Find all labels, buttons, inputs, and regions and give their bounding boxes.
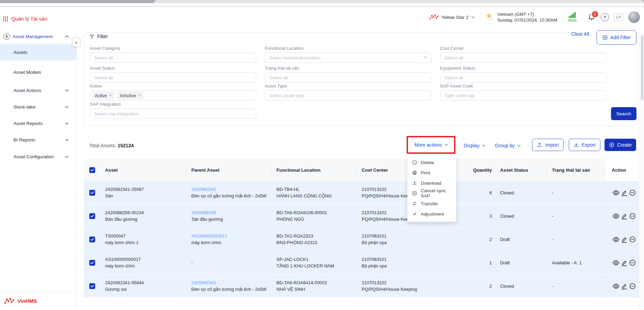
row-checkbox[interactable] <box>89 260 95 266</box>
edit-icon[interactable] <box>621 236 628 243</box>
notification-badge: 8 <box>591 11 599 18</box>
column-header-trang-thai: Trạng thái tài sản <box>546 168 605 173</box>
functional-location-label: Functional Location <box>265 46 304 51</box>
table-row: 2420068259-00234Bàn đầu giường 242006825… <box>84 204 639 227</box>
signal-bars-icon <box>569 12 576 18</box>
scrollbar-thumb[interactable] <box>641 35 643 100</box>
collapse-sidebar-button[interactable]: « <box>72 38 80 47</box>
app-grid-icon[interactable] <box>3 16 8 22</box>
active-input[interactable]: Active × InActive × <box>90 90 256 101</box>
table-body: 2420062341-25067Sàn 2420062341Đèn sự cố … <box>84 181 639 297</box>
sidebar-item-asset-actions[interactable]: Asset Actions <box>0 86 76 94</box>
edit-icon[interactable] <box>621 259 628 266</box>
view-icon[interactable] <box>612 189 620 196</box>
user-avatar[interactable] <box>628 11 640 23</box>
vertical-scrollbar <box>640 32 644 310</box>
sidebar-item-bi-reports[interactable]: BI Reports <box>0 136 76 144</box>
sidebar-item-stock-take[interactable]: Stock-take <box>0 103 76 111</box>
vinhms-label: VinHMS <box>18 298 37 304</box>
quantity-cell: 6 <box>460 181 495 204</box>
add-filter-button[interactable]: Add Filter <box>597 30 636 45</box>
row-checkbox[interactable] <box>89 190 95 196</box>
sidebar-item-asset-configuration[interactable]: Asset Configuration <box>0 152 76 161</box>
more-actions-button[interactable]: More actions <box>414 142 448 148</box>
help-button[interactable]: ? <box>601 13 609 21</box>
edit-icon[interactable] <box>621 189 628 196</box>
table-row: 2420062341-05844Gương soi 2420062341Đèn … <box>84 274 639 297</box>
property-selector[interactable]: Yellow Star 2 <box>429 14 474 21</box>
sidebar-item-asset-reports[interactable]: Asset Reports <box>0 119 76 127</box>
search-button[interactable]: Search <box>611 107 636 120</box>
chip-close-icon[interactable]: × <box>109 93 112 98</box>
parent-asset-link[interactable]: 2420062341 <box>191 280 271 286</box>
active-label: Active <box>90 83 102 89</box>
asset-category-label: Asset Category <box>90 46 120 51</box>
display-button[interactable]: Display <box>464 143 485 148</box>
view-icon[interactable] <box>612 283 620 290</box>
menu-item-print[interactable]: Print <box>407 168 456 178</box>
export-button[interactable]: Export <box>569 139 600 151</box>
download-icon <box>574 142 579 148</box>
cost-center-label: Cost Center <box>440 46 464 51</box>
column-header-asset: Asset <box>100 168 186 173</box>
status-cell: Draft <box>495 228 546 251</box>
group-by-button[interactable]: Group by <box>495 143 521 148</box>
app-header-right: Yellow Star 2 Vietnam (GMT +7) Sunday, 0… <box>429 8 640 26</box>
edit-icon[interactable] <box>621 283 628 290</box>
row-checkbox[interactable] <box>89 213 95 219</box>
sap-integration-input[interactable] <box>90 108 256 119</box>
region-label: Vietnam (GMT +7) <box>497 11 557 17</box>
status-cell: Draft <box>495 251 546 274</box>
network-status: 46ms <box>568 12 577 22</box>
menu-item-download[interactable]: Download <box>407 178 456 188</box>
parent-asset-link[interactable]: 2420062341 <box>191 186 271 192</box>
language-selector[interactable]: EN <box>614 14 623 21</box>
chip-close-icon[interactable]: × <box>138 93 141 98</box>
row-checkbox[interactable] <box>89 237 95 242</box>
sidebar-item-asset-models[interactable]: Asset Models <box>0 68 76 76</box>
x-circle-icon <box>412 191 417 196</box>
parent-asset-link[interactable]: AS100000000017 <box>191 233 271 239</box>
menu-item-delete[interactable]: Delete <box>407 157 456 168</box>
page-title: Quản lý Tài sản <box>11 16 47 22</box>
asset-code: 2420062341-05844 <box>105 280 186 286</box>
functional-location-input[interactable] <box>265 53 431 63</box>
asset-category-input[interactable] <box>90 53 256 63</box>
sap-asset-code-input[interactable] <box>440 90 607 101</box>
chevron-down-icon <box>65 139 69 141</box>
deactivate-icon[interactable] <box>629 236 636 243</box>
edit-icon[interactable] <box>621 213 628 220</box>
deactivate-icon[interactable] <box>629 213 636 220</box>
deactivate-icon[interactable] <box>629 259 636 266</box>
row-checkbox[interactable] <box>89 283 95 289</box>
menu-item-cancel-sync-sap[interactable]: Cancel sync SAP <box>407 188 456 198</box>
chevron-down-icon <box>471 16 475 18</box>
menu-item-adjustment[interactable]: Adjustment <box>407 209 456 219</box>
divider <box>0 6 644 7</box>
asset-type-input[interactable] <box>265 90 431 101</box>
notifications-button[interactable]: 8 <box>587 13 596 21</box>
view-icon[interactable] <box>612 236 620 243</box>
inactive-chip: InActive × <box>117 92 143 99</box>
asset-status-input[interactable] <box>90 72 256 83</box>
browser-tab-strip <box>0 0 644 3</box>
cost-center-input[interactable] <box>440 53 607 63</box>
equipment-status-input[interactable] <box>440 72 607 83</box>
trang-thai-input[interactable] <box>265 72 431 83</box>
menu-item-transfer[interactable]: Transfer <box>407 198 456 209</box>
create-button[interactable]: Create <box>605 139 636 151</box>
parent-asset-link[interactable]: 2420068259 <box>191 210 271 216</box>
sidebar-item-assets[interactable]: Assets <box>0 44 76 60</box>
import-button[interactable]: Import <box>532 139 564 151</box>
view-icon[interactable] <box>612 259 620 266</box>
sap-asset-code-label: SAP Asset Code <box>440 83 473 89</box>
view-icon[interactable] <box>612 213 620 220</box>
clear-all-link[interactable]: Clear All <box>571 31 589 37</box>
select-all-checkbox[interactable] <box>89 167 95 173</box>
deactivate-icon[interactable] <box>629 189 636 196</box>
sidebar-section-asset-management[interactable]: $ Asset Management <box>0 32 76 41</box>
sap-integration-label: SAP Integration <box>90 102 121 107</box>
deactivate-icon[interactable] <box>629 283 636 290</box>
divider <box>480 12 480 22</box>
parent-asset-empty: - <box>191 260 271 265</box>
